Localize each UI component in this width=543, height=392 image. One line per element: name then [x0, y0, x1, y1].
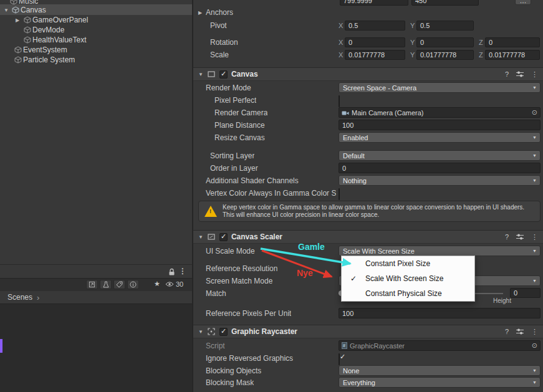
scale-z-field[interactable]: 0.01777778 [485, 50, 540, 60]
hierarchy-item-eventsystem[interactable]: EventSystem [0, 45, 192, 55]
render-mode-dropdown[interactable]: Screen Space - Camera ▼ [339, 82, 541, 93]
visibility-toggle[interactable]: 30 [165, 280, 183, 288]
graphic-raycaster-component-header[interactable]: ▼ Graphic Raycaster ? ⋮ [193, 325, 543, 338]
dropdown-arrow-icon: ▼ [532, 153, 537, 158]
breadcrumb: Scenes › [0, 291, 192, 304]
object-picker-icon[interactable]: ⊙ [532, 342, 537, 350]
shader-channels-label: Additional Shader Channels [206, 176, 299, 185]
menu-icon[interactable]: ⋮ [531, 234, 538, 241]
reference-pixels-row: Reference Pixels Per Unit 100 [193, 307, 543, 320]
match-value-field[interactable]: 0 [510, 288, 541, 298]
menu-item-constant-physical-size[interactable]: Constant Physical Size [342, 286, 474, 301]
canvas-enabled-checkbox[interactable] [219, 70, 228, 79]
render-camera-field[interactable]: Main Camera (Camera) ⊙ [339, 107, 541, 118]
vertex-color-row: Vertex Color Always In Gamma Color S [193, 187, 543, 199]
component-title: Graphic Raycaster [231, 327, 297, 336]
help-icon[interactable]: ? [505, 328, 509, 335]
breadcrumb-folder[interactable]: Scenes [7, 293, 32, 302]
foldout-open-icon[interactable]: ▼ [198, 72, 203, 77]
lock-icon[interactable] [168, 268, 175, 276]
pivot-y-field[interactable]: 0.5 [416, 21, 474, 31]
more-button[interactable]: … [515, 0, 531, 5]
foldout-open-icon[interactable]: ▼ [198, 329, 203, 335]
resize-canvas-dropdown[interactable]: Enabled ▼ [339, 132, 541, 143]
rotation-y-field[interactable]: 0 [416, 37, 474, 47]
hierarchy-item-canvas[interactable]: ▼ Canvas [0, 4, 192, 15]
render-camera-label: Render Camera [214, 108, 267, 117]
presets-icon[interactable] [516, 71, 524, 77]
favorites-icon[interactable]: ★ [154, 280, 160, 288]
canvas-scaler-enabled-checkbox[interactable] [219, 233, 228, 241]
script-icon: # [342, 342, 347, 349]
gameobject-icon [24, 26, 31, 34]
hierarchy-item-devmode[interactable]: DevMode [0, 25, 192, 35]
anchors-row[interactable]: ▶ Anchors [193, 6, 543, 19]
height-field[interactable]: 450 [411, 0, 479, 6]
presets-icon[interactable] [516, 234, 524, 240]
foldout-closed-icon[interactable]: ▶ [198, 10, 202, 16]
help-icon[interactable]: ? [505, 71, 509, 78]
hierarchy-item-gameoverpanel[interactable]: ▶ GameOverPanel [0, 15, 192, 25]
dropdown-arrow-icon: ▼ [532, 85, 537, 90]
canvas-component-header[interactable]: ▼ Canvas ? ⋮ [193, 67, 543, 81]
rotation-x-field[interactable]: 0 [345, 37, 405, 47]
window-menu-icon[interactable]: ⋮ [179, 267, 186, 275]
order-in-layer-field[interactable]: 0 [339, 163, 541, 173]
script-row: Script # GraphicRaycaster ⊙ [193, 340, 543, 352]
menu-icon[interactable]: ⋮ [531, 71, 538, 78]
dropdown-arrow-icon: ▼ [532, 249, 537, 253]
hierarchy-item-label: Canvas [21, 6, 46, 14]
hierarchy-item-healthvaluetext[interactable]: HealthValueText [0, 35, 192, 45]
plane-distance-field[interactable]: 100 [339, 120, 541, 130]
presets-icon[interactable] [516, 328, 524, 335]
blocking-objects-dropdown[interactable]: None ▼ [339, 365, 541, 376]
camera-icon [342, 110, 349, 116]
foldout-open-icon[interactable]: ▼ [4, 7, 9, 12]
object-picker-icon[interactable]: ⊙ [532, 108, 537, 117]
scale-x-field[interactable]: 0.01777778 [345, 50, 405, 60]
beaker-icon[interactable] [100, 280, 112, 289]
gameobject-icon [12, 6, 19, 14]
unity-editor-window: Music ▼ Canvas ▶ GameOverPanel DevMode [0, 0, 543, 392]
sorting-layer-dropdown[interactable]: Default ▼ [339, 150, 541, 161]
order-in-layer-label: Order in Layer [210, 164, 258, 173]
reference-pixels-field[interactable]: 100 [339, 308, 541, 318]
tag-icon[interactable] [113, 280, 125, 289]
vertex-color-checkbox[interactable] [339, 188, 340, 200]
foldout-open-icon[interactable]: ▼ [198, 234, 203, 240]
pivot-x-field[interactable]: 0.5 [345, 21, 405, 31]
ui-scale-mode-dropdown[interactable]: Scale With Screen Size ▼ [339, 246, 541, 256]
info-icon[interactable] [127, 280, 139, 289]
help-icon[interactable]: ? [505, 234, 509, 241]
component-title: Canvas Scaler [231, 232, 282, 241]
axis-z-label: Z [479, 51, 483, 59]
hierarchy-item-label: Particle System [23, 55, 75, 64]
render-camera-row: Render Camera Main Camera (Camera) ⊙ [193, 107, 543, 119]
blocking-mask-row: Blocking Mask Everything ▼ [193, 376, 543, 389]
rotation-z-field[interactable]: 0 [485, 37, 540, 47]
pixel-perfect-checkbox[interactable] [339, 95, 340, 107]
svg-text:#: # [343, 343, 345, 348]
rotation-row: Rotation X 0 Y 0 Z 0 [193, 36, 543, 49]
scale-y-field[interactable]: 0.01777778 [416, 50, 474, 60]
canvas-scaler-component-header[interactable]: ▼ Canvas Scaler ? ⋮ [193, 230, 543, 244]
project-content-area[interactable] [0, 304, 192, 392]
ignore-reversed-label: Ignore Reversed Graphics [206, 354, 293, 363]
blocking-mask-dropdown[interactable]: Everything ▼ [339, 377, 541, 388]
graphic-raycaster-enabled-checkbox[interactable] [219, 328, 228, 336]
resize-canvas-label: Resize Canvas [214, 133, 265, 142]
width-field[interactable]: 799.9999 [340, 0, 408, 6]
script-label: Script [206, 342, 225, 350]
foldout-closed-icon[interactable]: ▶ [16, 17, 19, 23]
eye-icon [165, 281, 174, 287]
warning-icon: ! [204, 206, 217, 217]
ignore-reversed-checkbox[interactable] [339, 353, 340, 365]
shader-channels-dropdown[interactable]: Nothing ▼ [339, 175, 541, 186]
pixel-perfect-label: Pixel Perfect [214, 96, 256, 105]
menu-item-constant-pixel-size[interactable]: Constant Pixel Size [342, 256, 474, 271]
menu-icon[interactable]: ⋮ [531, 328, 538, 335]
popout-icon[interactable] [86, 280, 98, 289]
hierarchy-item-particlesystem[interactable]: Particle System [0, 55, 192, 65]
menu-item-scale-with-screen-size[interactable]: ✓ Scale With Screen Size [342, 271, 474, 286]
component-title: Canvas [231, 70, 258, 79]
